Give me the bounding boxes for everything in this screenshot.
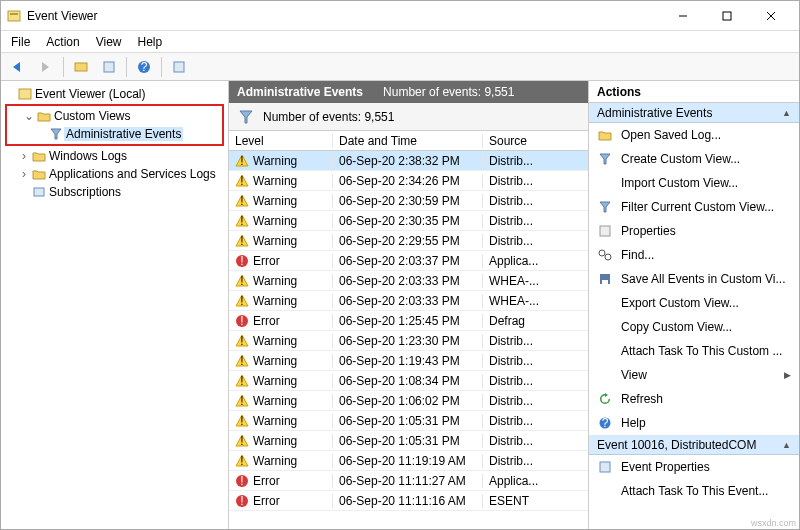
- table-row[interactable]: !Warning06-Sep-20 2:30:35 PMDistrib...: [229, 211, 588, 231]
- table-row[interactable]: !Warning06-Sep-20 2:34:26 PMDistrib...: [229, 171, 588, 191]
- svg-marker-7: [42, 62, 49, 72]
- tree-windows-logs[interactable]: › Windows Logs: [3, 147, 226, 165]
- panel-header: Administrative Events Number of events: …: [229, 81, 588, 103]
- table-row[interactable]: !Error06-Sep-20 11:11:16 AMESENT: [229, 491, 588, 511]
- warning-icon: !: [235, 274, 249, 288]
- action-label: Open Saved Log...: [621, 128, 721, 142]
- svg-text:!: !: [240, 154, 243, 168]
- cell-datetime: 06-Sep-20 2:30:59 PM: [333, 194, 483, 208]
- actions-section-admin[interactable]: Administrative Events ▲: [589, 103, 799, 123]
- table-row[interactable]: !Error06-Sep-20 1:25:45 PMDefrag: [229, 311, 588, 331]
- tree-root[interactable]: Event Viewer (Local): [3, 85, 226, 103]
- action-item[interactable]: Attach Task To This Event...: [589, 479, 799, 503]
- cell-datetime: 06-Sep-20 1:19:43 PM: [333, 354, 483, 368]
- action-item[interactable]: Export Custom View...: [589, 291, 799, 315]
- cell-level: Warning: [253, 414, 297, 428]
- minimize-button[interactable]: [661, 2, 705, 30]
- cell-level: Warning: [253, 174, 297, 188]
- collapse-icon[interactable]: ▲: [782, 440, 791, 450]
- cell-level: Error: [253, 474, 280, 488]
- table-row[interactable]: !Error06-Sep-20 11:11:27 AMApplica...: [229, 471, 588, 491]
- cell-datetime: 06-Sep-20 1:05:31 PM: [333, 414, 483, 428]
- cell-source: Distrib...: [483, 434, 588, 448]
- table-row[interactable]: !Warning06-Sep-20 2:38:32 PMDistrib...: [229, 151, 588, 171]
- svg-rect-15: [34, 188, 44, 196]
- action-item[interactable]: Filter Current Custom View...: [589, 195, 799, 219]
- help-button[interactable]: ?: [133, 56, 155, 78]
- tree-custom-views[interactable]: ⌄ Custom Views: [8, 107, 221, 125]
- table-row[interactable]: !Warning06-Sep-20 1:05:31 PMDistrib...: [229, 431, 588, 451]
- help-icon: ?: [597, 417, 613, 429]
- action-item[interactable]: Properties: [589, 219, 799, 243]
- forward-button[interactable]: [35, 56, 57, 78]
- event-list-panel: Administrative Events Number of events: …: [229, 81, 589, 529]
- expand-icon[interactable]: ›: [17, 149, 31, 163]
- table-row[interactable]: !Warning06-Sep-20 1:06:02 PMDistrib...: [229, 391, 588, 411]
- actions-panel: Actions Administrative Events ▲ Open Sav…: [589, 81, 799, 529]
- table-row[interactable]: !Warning06-Sep-20 2:03:33 PMWHEA-...: [229, 271, 588, 291]
- cell-datetime: 06-Sep-20 11:11:27 AM: [333, 474, 483, 488]
- action-item[interactable]: Find...: [589, 243, 799, 267]
- action-item[interactable]: Open Saved Log...: [589, 123, 799, 147]
- action-item[interactable]: Event Properties: [589, 455, 799, 479]
- watermark: wsxdn.com: [751, 518, 796, 528]
- filter-icon: [48, 128, 64, 140]
- filter-icon: [239, 110, 253, 124]
- table-row[interactable]: !Warning06-Sep-20 2:30:59 PMDistrib...: [229, 191, 588, 211]
- warning-icon: !: [235, 334, 249, 348]
- svg-rect-3: [723, 12, 731, 20]
- cell-source: Distrib...: [483, 194, 588, 208]
- properties-button[interactable]: [98, 56, 120, 78]
- expand-icon[interactable]: ›: [17, 167, 31, 181]
- actions-section-event[interactable]: Event 10016, DistributedCOM ▲: [589, 435, 799, 455]
- col-datetime[interactable]: Date and Time: [333, 134, 483, 148]
- table-row[interactable]: !Error06-Sep-20 2:03:37 PMApplica...: [229, 251, 588, 271]
- tree-label: Windows Logs: [47, 149, 129, 163]
- action-item[interactable]: Save All Events in Custom Vi...: [589, 267, 799, 291]
- collapse-icon[interactable]: ⌄: [22, 109, 36, 123]
- maximize-button[interactable]: [705, 2, 749, 30]
- col-source[interactable]: Source: [483, 134, 588, 148]
- svg-text:!: !: [240, 474, 243, 488]
- tree-subscriptions[interactable]: Subscriptions: [3, 183, 226, 201]
- menu-help[interactable]: Help: [138, 35, 163, 49]
- action-label: Copy Custom View...: [621, 320, 732, 334]
- table-row[interactable]: !Warning06-Sep-20 1:08:34 PMDistrib...: [229, 371, 588, 391]
- action-item[interactable]: Copy Custom View...: [589, 315, 799, 339]
- table-row[interactable]: !Warning06-Sep-20 2:29:55 PMDistrib...: [229, 231, 588, 251]
- close-button[interactable]: [749, 2, 793, 30]
- action-item[interactable]: Attach Task To This Custom ...: [589, 339, 799, 363]
- action-item[interactable]: Refresh: [589, 387, 799, 411]
- action-item[interactable]: Import Custom View...: [589, 171, 799, 195]
- properties-icon: [597, 225, 613, 237]
- action-label: Refresh: [621, 392, 663, 406]
- cell-datetime: 06-Sep-20 11:19:19 AM: [333, 454, 483, 468]
- grid-header[interactable]: Level Date and Time Source: [229, 131, 588, 151]
- tree-apps-logs[interactable]: › Applications and Services Logs: [3, 165, 226, 183]
- highlight-box: ⌄ Custom Views Administrative Events: [5, 104, 224, 146]
- find-icon: [597, 249, 613, 261]
- show-hide-button[interactable]: [70, 56, 92, 78]
- cell-datetime: 06-Sep-20 1:23:30 PM: [333, 334, 483, 348]
- col-level[interactable]: Level: [229, 134, 333, 148]
- svg-marker-16: [240, 111, 252, 123]
- table-row[interactable]: !Warning06-Sep-20 2:03:33 PMWHEA-...: [229, 291, 588, 311]
- action-item[interactable]: Create Custom View...: [589, 147, 799, 171]
- menu-file[interactable]: File: [11, 35, 30, 49]
- filter-count: Number of events: 9,551: [263, 110, 394, 124]
- action-item[interactable]: View▶: [589, 363, 799, 387]
- section-title: Event 10016, DistributedCOM: [597, 438, 756, 452]
- event-grid[interactable]: Level Date and Time Source !Warning06-Se…: [229, 131, 588, 529]
- action-item[interactable]: ?Help: [589, 411, 799, 435]
- table-row[interactable]: !Warning06-Sep-20 11:19:19 AMDistrib...: [229, 451, 588, 471]
- collapse-icon[interactable]: ▲: [782, 108, 791, 118]
- table-row[interactable]: !Warning06-Sep-20 1:05:31 PMDistrib...: [229, 411, 588, 431]
- table-row[interactable]: !Warning06-Sep-20 1:23:30 PMDistrib...: [229, 331, 588, 351]
- extra-button[interactable]: [168, 56, 190, 78]
- menu-view[interactable]: View: [96, 35, 122, 49]
- menu-action[interactable]: Action: [46, 35, 79, 49]
- warning-icon: !: [235, 414, 249, 428]
- back-button[interactable]: [7, 56, 29, 78]
- tree-admin-events[interactable]: Administrative Events: [8, 125, 221, 143]
- table-row[interactable]: !Warning06-Sep-20 1:19:43 PMDistrib...: [229, 351, 588, 371]
